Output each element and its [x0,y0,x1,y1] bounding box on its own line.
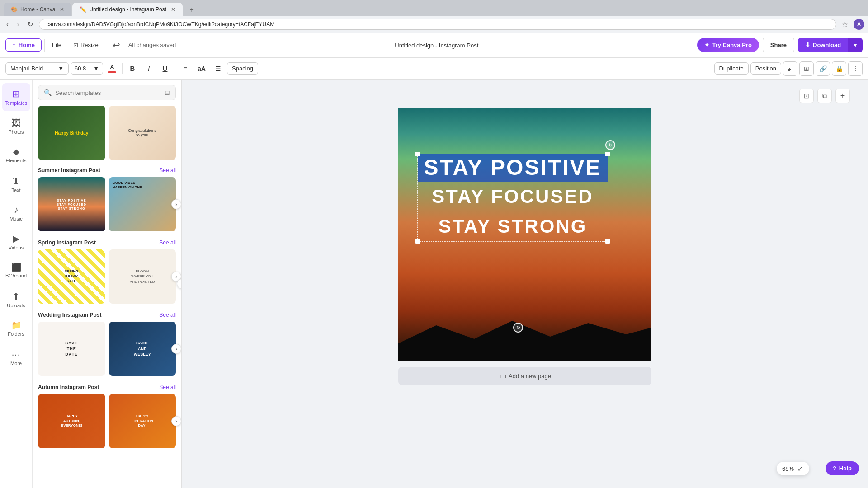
help-button[interactable]: ? Help [826,461,859,475]
sidebar-item-more[interactable]: ··· More [2,343,30,371]
handle-br[interactable] [605,239,610,244]
see-all-spring[interactable]: See all [159,239,176,246]
try-pro-button[interactable]: ✦ Try Canva Pro [697,38,759,52]
new-tab-btn[interactable]: + [185,4,198,16]
resize-button[interactable]: ⊡ Resize [69,39,103,51]
canvas-text-line-3[interactable]: STAY STRONG [418,211,608,241]
design-tab-close[interactable]: ✕ [171,6,175,13]
sidebar-item-background[interactable]: ⬛ BG/round [2,257,30,285]
template-card-liberation[interactable]: HAPPYLIBERATIONDAY! [109,394,176,448]
sidebar-item-text[interactable]: T Text [2,170,30,198]
share-button[interactable]: Share [763,38,794,52]
back-btn[interactable]: ‹ [4,19,11,29]
profile-avatar[interactable]: A [854,19,864,30]
text-label: Text [11,188,20,193]
template-card-spring-break[interactable]: SPRINGBREAKSALE [38,249,105,304]
section-title-wedding: Wedding Instagram Post [38,312,101,318]
link-button[interactable]: 🔗 [816,61,830,76]
see-all-autumn[interactable]: See all [159,384,176,390]
sidebar-item-videos[interactable]: ▶ Videos [2,228,30,256]
download-label: Download [813,42,841,48]
forward-btn[interactable]: › [14,19,22,29]
summer-next-btn[interactable]: › [171,199,181,209]
template-card-congrats[interactable]: Congratulationsto you! [109,106,176,160]
template-card-sadie-wesley[interactable]: SADIEANDWESLEY [109,322,176,376]
template-card-birthday[interactable]: Happy Birthday [38,106,105,160]
sidebar-item-music[interactable]: ♪ Music [2,199,30,227]
add-page-label: + Add a new page [504,373,551,380]
duplicate-button[interactable]: Duplicate [714,62,749,75]
add-page-bar[interactable]: + + Add a new page [398,367,651,385]
template-card-save-date[interactable]: SAVETHEDATE [38,322,105,376]
app: ⌂ Home File ⊡ Resize ↩ All changes saved… [0,33,868,488]
font-size-value: 60.8 [75,65,86,72]
tab-design[interactable]: ✏️ Untitled design - Instagram Post ✕ [72,3,183,16]
more-options-button[interactable]: ⋮ [848,61,863,76]
list-button[interactable]: ☰ [211,61,225,76]
handle-tr[interactable] [605,152,610,156]
home-button[interactable]: ⌂ Home [5,38,42,52]
more-icon: ··· [12,349,21,360]
file-button[interactable]: File [47,39,66,51]
font-family-selector[interactable]: Manjari Bold ▼ [5,62,69,75]
right-format-buttons: Duplicate Position 🖌 ⊞ 🔗 🔒 ⋮ [714,61,863,76]
bold-button[interactable]: B [125,61,140,76]
download-button[interactable]: ⬇ Download [798,38,848,52]
section-header-summer: Summer Instagram Post See all [38,167,176,174]
text-line-1-content: STAY POSITIVE [424,155,602,179]
canvas-frame-btn[interactable]: ⊡ [799,89,814,103]
handle-tl[interactable] [415,152,420,156]
undo-button[interactable]: ↩ [109,38,124,52]
search-container: 🔍 ⊟ [38,85,176,100]
reload-btn[interactable]: ↻ [25,19,36,29]
handle-bl[interactable] [415,239,420,244]
grid-view-button[interactable]: ⊞ [799,61,814,76]
paint-format-button[interactable]: 🖌 [783,61,797,76]
canvas-add-btn[interactable]: + [835,89,850,103]
search-icon: 🔍 [44,89,52,96]
position-button[interactable]: Position [750,62,781,75]
sidebar-item-elements[interactable]: ◆ Elements [2,141,30,169]
lock-button[interactable]: 🔒 [832,61,846,76]
star-icon[interactable]: ☆ [839,19,851,30]
sidebar-item-uploads[interactable]: ⬆ Uploads [2,286,30,314]
template-card-good-vibes[interactable]: GOOD VIBESHAPPEN ON THE... [109,177,176,231]
spacing-button[interactable]: Spacing [227,62,258,75]
canvas-copy-btn[interactable]: ⧉ [817,89,832,103]
text-effects-button[interactable]: aA [194,61,209,76]
underline-button[interactable]: U [158,61,172,76]
canvas-area: ⊡ ⧉ + [182,80,868,488]
rotate-handle-top[interactable]: ↻ [605,140,615,150]
sidebar-item-folders[interactable]: 📁 Folders [2,314,30,343]
see-all-wedding[interactable]: See all [159,312,176,318]
template-card-happy-autumn[interactable]: HAPPYAUTUMN,EVERYONE! [38,394,105,448]
see-all-summer[interactable]: See all [159,167,176,174]
canvas-text-line-2[interactable]: STAY FOCUSED [418,182,608,211]
stay-foc-text: STAY FOCUSED [57,203,86,206]
url-bar[interactable]: canva.com/design/DAD5VGglDjo/axnBrdCNqPM… [39,19,836,30]
align-center-button[interactable]: ≡ [178,61,193,76]
template-card-stay-positive[interactable]: STAY POSITIVE STAY FOCUSED STAY STRONG [38,177,105,231]
font-size-selector[interactable]: 60.8 ▼ [71,62,103,75]
sidebar-item-templates[interactable]: ⊞ Templates [2,83,30,111]
templates-panel: 🔍 ⊟ Happy Birthday Congratulationsto you… [33,80,182,488]
download-dropdown-button[interactable]: ▼ [848,38,863,52]
search-input[interactable] [55,89,161,96]
italic-button[interactable]: I [142,61,156,76]
canvas-text-line-1[interactable]: STAY POSITIVE [418,154,608,182]
sidebar-item-photos[interactable]: 🖼 Photos [2,112,30,140]
tab-home[interactable]: 🎨 Home - Canva ✕ [4,3,71,16]
url-text: canva.com/design/DAD5VGglDjo/axnBrdCNqPM… [47,21,275,28]
canvas-frame[interactable]: STAY POSITIVE STAY FOCUSED STAY STRONG ↻… [398,108,651,361]
autumn-next-btn[interactable]: › [171,416,181,426]
save-date-text: SAVETHEDATE [65,340,78,357]
section-summer: Summer Instagram Post See all STAY POSIT… [38,167,176,231]
home-tab-close[interactable]: ✕ [60,6,64,13]
text-color-button[interactable]: A [105,61,119,76]
zoom-expand-btn[interactable]: ⤢ [797,464,804,473]
rotate-handle-bottom[interactable]: ↻ [513,323,523,333]
wedding-next-btn[interactable]: › [171,344,181,354]
text-selection-group[interactable]: STAY POSITIVE STAY FOCUSED STAY STRONG [417,154,608,242]
filter-icon[interactable]: ⊟ [165,89,170,96]
template-card-bloom[interactable]: BLOOMWHERE YOUARE PLANTED [109,249,176,304]
